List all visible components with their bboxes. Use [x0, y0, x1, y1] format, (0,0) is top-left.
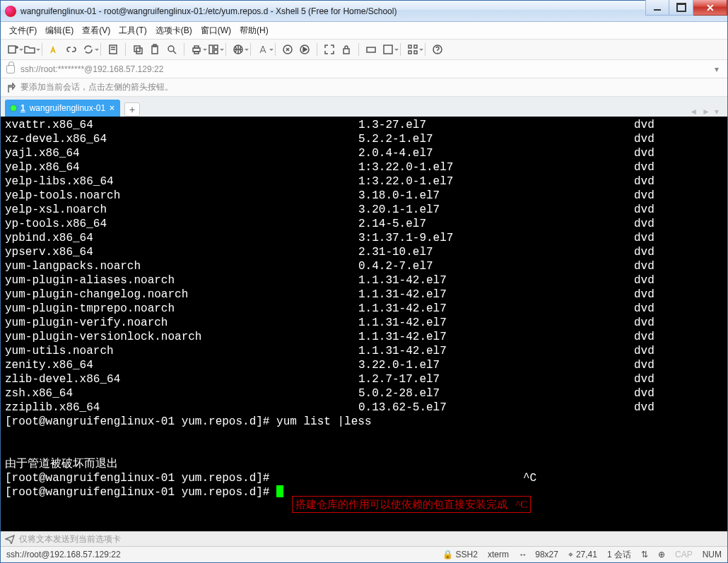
- separator: [317, 43, 317, 56]
- menu-tabs[interactable]: 选项卡(B): [153, 23, 195, 38]
- package-row: xvattr.x86_641.3-27.el7dvd: [5, 118, 723, 132]
- menu-bar: 文件(F) 编辑(E) 查看(V) 工具(T) 选项卡(B) 窗口(W) 帮助(…: [1, 22, 727, 39]
- separator: [400, 43, 401, 56]
- close-button[interactable]: ✕: [693, 0, 727, 16]
- terminal-cursor: [276, 485, 283, 497]
- print-icon[interactable]: [190, 43, 203, 56]
- globe-icon[interactable]: [232, 43, 245, 56]
- copy-icon[interactable]: [131, 43, 144, 56]
- layout-icon[interactable]: [207, 43, 220, 56]
- annotation-box: 搭建仓库的作用可以使依赖的包直接安装完成 ^C: [292, 496, 531, 513]
- package-row: zziplib.x86_640.13.62-5.el7dvd: [5, 401, 723, 415]
- app-window: wangruifenglinux-01 - root@wangruifengli…: [0, 0, 728, 563]
- lock-small-icon: [6, 65, 15, 73]
- properties-icon[interactable]: [107, 43, 119, 56]
- svg-rect-25: [384, 45, 392, 54]
- separator: [425, 43, 425, 56]
- status-size: ↔ 98x27: [519, 550, 558, 559]
- tab-prev-icon[interactable]: ◄: [689, 107, 698, 117]
- font-icon[interactable]: [257, 43, 269, 56]
- separator: [250, 43, 251, 56]
- separator: [358, 43, 359, 56]
- maximize-button[interactable]: [669, 0, 693, 16]
- status-cap: CAP: [675, 550, 693, 559]
- color-icon[interactable]: [382, 43, 394, 56]
- run-icon[interactable]: [298, 43, 311, 56]
- separator: [100, 43, 101, 56]
- new-session-icon[interactable]: [6, 43, 19, 56]
- add-session-arrow-icon[interactable]: [6, 83, 16, 93]
- resize-icon: ↔: [519, 550, 527, 559]
- tab-close-icon[interactable]: ×: [110, 103, 115, 113]
- svg-rect-22: [367, 47, 375, 52]
- package-row: yum-langpacks.noarch0.4.2-7.el7dvd: [5, 259, 723, 273]
- menu-tools[interactable]: 工具(T): [116, 23, 149, 38]
- menu-window[interactable]: 窗口(W): [198, 23, 234, 38]
- grid-icon[interactable]: [406, 43, 419, 56]
- status-dot-icon: [11, 105, 16, 111]
- status-plus-icon[interactable]: ⊕: [658, 550, 665, 559]
- status-updown-icon[interactable]: ⇅: [641, 550, 648, 559]
- package-row: yum-utils.noarch1.1.31-42.el7dvd: [5, 344, 723, 358]
- tab-strip: 1 wangruifenglinux-01 × + ◄ ► ▾: [1, 97, 727, 117]
- package-row: yum-plugin-changelog.noarch1.1.31-42.el7…: [5, 288, 723, 302]
- svg-rect-13: [194, 46, 199, 48]
- lock-status-icon: 🔒: [442, 550, 453, 559]
- send-icon: [5, 534, 15, 544]
- title-bar[interactable]: wangruifenglinux-01 - root@wangruifengli…: [1, 1, 727, 22]
- svg-rect-6: [134, 46, 140, 52]
- link-icon[interactable]: [65, 43, 78, 56]
- svg-point-10: [168, 46, 174, 52]
- svg-rect-7: [136, 48, 142, 54]
- script-icon[interactable]: [281, 43, 294, 56]
- package-row: zenity.x86_643.22.0-1.el7dvd: [5, 358, 723, 372]
- package-row: yelp-libs.x86_641:3.22.0-1.el7dvd: [5, 174, 723, 189]
- shell-line: 由于管道被破坏而退出: [5, 457, 723, 471]
- send-text-bar[interactable]: 仅将文本发送到当前选项卡: [1, 531, 727, 547]
- minimize-button[interactable]: [645, 0, 669, 16]
- menu-file[interactable]: 文件(F): [6, 23, 40, 38]
- address-bar: ▾: [1, 60, 727, 78]
- separator: [225, 43, 226, 56]
- keyboard-icon[interactable]: [365, 43, 377, 56]
- session-tab[interactable]: 1 wangruifenglinux-01 ×: [5, 100, 120, 117]
- terminal-output[interactable]: xvattr.x86_641.3-27.el7dvdxz-devel.x86_6…: [1, 117, 727, 531]
- menu-help[interactable]: 帮助(H): [237, 23, 271, 38]
- package-row: yum-plugin-aliases.noarch1.1.31-42.el7dv…: [5, 273, 723, 288]
- status-cursor: ⌖27,41: [568, 550, 597, 559]
- highlight-icon[interactable]: [48, 43, 61, 56]
- send-placeholder: 仅将文本发送到当前选项卡: [19, 533, 121, 545]
- menu-edit[interactable]: 编辑(E): [42, 23, 76, 38]
- paste-icon[interactable]: [148, 43, 161, 56]
- help-icon[interactable]: [431, 43, 444, 56]
- status-connection: ssh://root@192.168.57.129:22: [6, 550, 121, 559]
- package-row: ypbind.x86_643:1.37.1-9.el7dvd: [5, 231, 723, 245]
- package-row: zsh.x86_645.0.2-28.el7dvd: [5, 386, 723, 401]
- menu-view[interactable]: 查看(V): [79, 23, 113, 38]
- window-title: wangruifenglinux-01 - root@wangruifengli…: [20, 6, 645, 16]
- svg-rect-0: [8, 46, 16, 53]
- status-proto: 🔒SSH2: [442, 550, 478, 559]
- find-icon[interactable]: [165, 43, 178, 56]
- address-input[interactable]: [19, 64, 712, 75]
- status-session: 1 会话: [607, 549, 631, 561]
- svg-rect-14: [194, 52, 199, 54]
- tab-list-icon[interactable]: ▾: [715, 107, 719, 117]
- cursor-pos-icon: ⌖: [568, 550, 573, 559]
- separator: [184, 43, 184, 56]
- package-row: yum-plugin-tmprepo.noarch1.1.31-42.el7dv…: [5, 302, 723, 316]
- package-row: yum-plugin-verify.noarch1.1.31-42.el7dvd: [5, 316, 723, 330]
- address-dropdown-icon[interactable]: ▾: [712, 64, 722, 74]
- status-term: xterm: [488, 550, 509, 559]
- lock-icon[interactable]: [340, 43, 353, 56]
- reconnect-icon[interactable]: [82, 43, 95, 56]
- tab-next-icon[interactable]: ►: [702, 107, 710, 117]
- svg-rect-29: [414, 51, 417, 54]
- shell-line: [root@wangruifenglinux-01 yum.repos.d]# …: [5, 415, 723, 429]
- fullscreen-icon[interactable]: [323, 43, 336, 56]
- open-folder-icon[interactable]: [23, 43, 36, 56]
- svg-rect-16: [214, 45, 218, 49]
- tab-label: wangruifenglinux-01: [30, 103, 105, 113]
- status-bar: ssh://root@192.168.57.129:22 🔒SSH2 xterm…: [1, 547, 727, 562]
- add-tab-button[interactable]: +: [124, 102, 140, 117]
